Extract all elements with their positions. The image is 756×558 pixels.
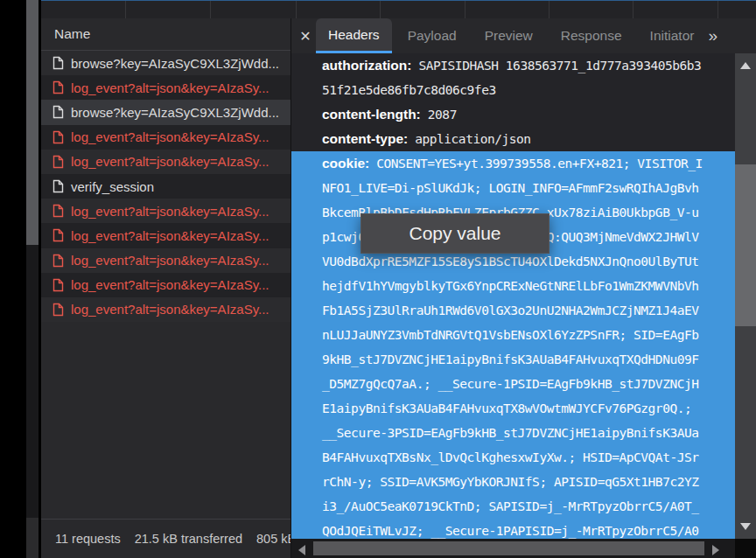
header-value: 9kHB_stJ7DVZNCjHE1aipyBnifsK3AUaB4FAHvux… (322, 352, 699, 366)
header-value: SAPISIDHASH 1638563771_1d777a393405b6b3 (418, 59, 701, 73)
header-value: hejdfV1hYVmgyblkyTGx6YnpCRExNeGtNRElLbFo… (322, 279, 699, 293)
detail-tab-bar: ✕ Headers Payload Preview Response Initi… (291, 18, 756, 53)
file-icon (52, 130, 64, 144)
request-detail-pane: ✕ Headers Payload Preview Response Initi… (291, 18, 756, 558)
header-value: nLUJJaUNYZ3VmbTdNRGVtQ1VsbENsOXl6YzZPSnF… (322, 328, 699, 342)
tab-headers[interactable]: Headers (316, 18, 392, 53)
more-tabs-icon[interactable]: » (708, 18, 718, 53)
header-value: application/json (415, 132, 530, 146)
request-label: log_event?alt=json&key=AIzaSy... (71, 129, 270, 144)
vertical-scrollbar-thumb[interactable] (735, 164, 756, 326)
header-value: 2087 (428, 108, 457, 122)
file-icon (52, 278, 64, 292)
overview-grid-cell (634, 1, 718, 18)
header-value: CONSENT=YES+yt.399739558.en+FX+821; VISI… (376, 157, 703, 171)
scroll-right-icon[interactable] (712, 545, 719, 555)
header-value: __Secure-3PSID=EAgFb9kHB_stJ7DVZNCjHE1ai… (322, 426, 699, 440)
request-row[interactable]: verify_session (41, 174, 290, 199)
header-value: i3_/AuOC5eaK0719CkTnD; SAPISID=j_-MrRTpy… (322, 499, 699, 513)
request-row[interactable]: log_event?alt=json&key=AIzaSy... (41, 248, 290, 273)
request-row[interactable]: log_event?alt=json&key=AIzaSy... (41, 75, 290, 100)
overview-grid-cell (550, 1, 634, 18)
close-icon[interactable]: ✕ (297, 18, 314, 53)
headers-content: authorization:SAPISIDHASH 1638563771_1d7… (291, 53, 735, 539)
scroll-down-icon[interactable] (740, 523, 751, 530)
network-overview-strip (41, 0, 756, 18)
name-column-header[interactable]: Name (41, 18, 290, 51)
header-entry-content-length: content-length:2087 (291, 102, 735, 127)
request-label: log_event?alt=json&key=AIzaSy... (71, 228, 270, 243)
request-label: log_event?alt=json&key=AIzaSy... (71, 204, 270, 219)
header-entry-content-type: content-type:application/json (291, 127, 735, 151)
file-icon (52, 155, 64, 169)
request-label: log_event?alt=json&key=AIzaSy... (71, 80, 270, 95)
file-icon (52, 204, 64, 218)
overview-grid-cell (718, 1, 756, 18)
header-value: _D5MZ7gQcQ7aA.; __Secure-1PSID=EAgFb9kHB… (322, 377, 699, 391)
header-value: rChN-y; SSID=AVK5MGyYbKORJNIfS; APISID=q… (322, 475, 699, 489)
overview-grid-cell (41, 1, 126, 18)
tab-preview[interactable]: Preview (472, 18, 545, 53)
network-summary-bar: 11 requests 21.5 kB transferred 805 kB (41, 519, 290, 558)
scroll-up-icon[interactable] (740, 62, 751, 69)
scrollbar-corner (735, 539, 756, 558)
tab-initiator[interactable]: Initiator (638, 18, 707, 53)
copy-value-menu-item[interactable]: Copy value (360, 213, 550, 254)
horizontal-scrollbar[interactable] (291, 539, 735, 558)
outer-scrollbar[interactable] (26, 0, 38, 558)
tab-payload[interactable]: Payload (396, 18, 469, 53)
outer-scrollbar-thumb[interactable] (26, 0, 38, 245)
header-name: cookie: (322, 156, 369, 171)
file-icon (52, 80, 64, 94)
request-label: browse?key=AIzaSyC9XL3ZjWdd... (71, 56, 279, 71)
header-entry-cookie-selected[interactable]: cookie:CONSENT=YES+yt.399739558.en+FX+82… (291, 151, 735, 539)
header-name: content-type: (322, 131, 408, 146)
header-value: 51f21e5de86fb7c8d06c9fe3 (322, 83, 496, 97)
header-value: E1aipyBnifsK3AUaB4FAHvuxqTX8wVOwtmWJYCFv… (322, 401, 691, 415)
request-row[interactable]: log_event?alt=json&key=AIzaSy... (41, 273, 290, 297)
request-list: browse?key=AIzaSyC9XL3ZjWdd... log_event… (41, 51, 290, 322)
request-row[interactable]: log_event?alt=json&key=AIzaSy... (41, 150, 290, 174)
summary-transferred: 21.5 kB transferred (135, 532, 242, 546)
header-name: content-length: (322, 107, 421, 122)
scroll-left-icon[interactable] (298, 545, 305, 555)
request-row[interactable]: log_event?alt=json&key=AIzaSy... (41, 125, 290, 150)
summary-request-count: 11 requests (55, 532, 121, 546)
request-label: browse?key=AIzaSyC9XL3ZjWdd... (71, 105, 279, 120)
file-icon (52, 179, 64, 193)
overview-grid-cell (211, 1, 297, 18)
header-value: B4FAHvuxqTXBsNx_lDvQclKghesxwIyXw.; HSID… (322, 450, 699, 464)
file-icon (52, 303, 64, 317)
horizontal-scrollbar-thumb[interactable] (313, 541, 704, 555)
vertical-scrollbar[interactable] (735, 53, 756, 539)
request-row[interactable]: log_event?alt=json&key=AIzaSy... (41, 223, 290, 248)
file-icon (52, 56, 64, 70)
summary-resources: 805 kB (256, 532, 290, 546)
overview-grid-cell (381, 1, 466, 18)
overview-grid-cell (126, 1, 211, 18)
tab-response[interactable]: Response (549, 18, 634, 53)
request-list-pane: Name browse?key=AIzaSyC9XL3ZjWdd... log_… (41, 18, 291, 558)
devtools-network-panel: Name browse?key=AIzaSyC9XL3ZjWdd... log_… (0, 0, 756, 558)
overview-grid-cell (466, 1, 550, 18)
request-row[interactable]: browse?key=AIzaSyC9XL3ZjWdd... (41, 51, 290, 75)
file-icon (52, 105, 64, 119)
overview-grid-cell (297, 1, 381, 18)
header-value: QOdJQEiTWLvJZ; __Secure-1PAPISID=j_-MrRT… (322, 524, 699, 538)
header-name: authorization: (322, 58, 411, 73)
request-label: verify_session (71, 179, 154, 194)
request-label: log_event?alt=json&key=AIzaSy... (71, 302, 270, 317)
request-row-selected[interactable]: browse?key=AIzaSyC9XL3ZjWdd... (41, 100, 290, 124)
request-row[interactable]: log_event?alt=json&key=AIzaSy... (41, 297, 290, 322)
header-value: VU0dBdXprRE5MZF15SE8yS1BScTU4OXlDekd5NXJ… (322, 255, 699, 269)
outer-scrollbar-bottom (26, 518, 38, 558)
header-value: Fb1A5SjZ3UlRraUh1RWd6V0lGX3o2UnU2NHA2WmJ… (322, 303, 699, 317)
file-icon (52, 228, 64, 242)
header-entry-authorization: authorization:SAPISIDHASH 1638563771_1d7… (291, 53, 735, 102)
request-row[interactable]: log_event?alt=json&key=AIzaSy... (41, 199, 290, 223)
file-icon (52, 254, 64, 268)
header-value: NFO1_LIVE=Di-pSlUKdJk; LOGIN_INFO=AFmmF2… (322, 181, 699, 195)
request-label: log_event?alt=json&key=AIzaSy... (71, 253, 270, 268)
request-label: log_event?alt=json&key=AIzaSy... (71, 154, 270, 169)
request-label: log_event?alt=json&key=AIzaSy... (71, 277, 270, 292)
